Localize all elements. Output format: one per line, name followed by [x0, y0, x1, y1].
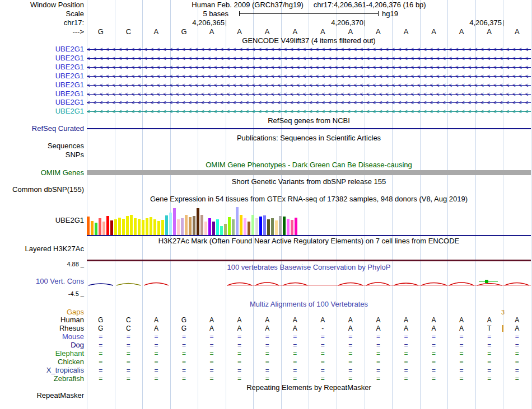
track-title-omim[interactable]: OMIM Gene Phenotypes - Dark Green Can Be… — [87, 161, 531, 169]
alignment-row-mouse: ================ — [87, 333, 531, 341]
gaps-label[interactable]: Gaps — [0, 308, 84, 316]
vert-cons-label[interactable]: 100 Vert. Cons — [0, 278, 84, 285]
conservation-wiggle — [87, 274, 531, 295]
strand-direction-label: ---> — [0, 28, 84, 36]
window-position-label: Window Position — [0, 1, 84, 9]
gene-label-ube2g1-7[interactable]: UBE2G1 — [0, 98, 84, 106]
track-title-dbsnp[interactable]: Short Genetic Variants from dbSNP releas… — [87, 178, 531, 186]
gene-label-ube2g1-3[interactable]: UBE2G1 — [0, 63, 84, 71]
gtex-expression-barchart[interactable] — [87, 206, 531, 235]
track-title-repeatmasker[interactable]: Repeating Elements by RepeatMasker — [87, 384, 531, 392]
species-label-dog[interactable]: Dog — [0, 341, 84, 349]
strand-arrows-left: <<<<<<<<<<<<<<<<<<<<<<<<<<<<<<<<<<<<<<<<… — [87, 81, 531, 89]
track-title-gencode[interactable]: GENCODE V49lift37 (4 items filtered out) — [87, 37, 531, 45]
strand-arrows-left: <<<<<<<<<<<<<<<<<<<<<<<<<<<<<<<<<<<<<<<<… — [87, 45, 531, 53]
phylop-min-label: -4.5 _ — [0, 290, 84, 298]
repeatmasker-label[interactable]: RepeatMasker — [0, 392, 84, 399]
reference-base-row: GCAGAAAAAAAAAAAA — [87, 28, 531, 36]
gene-label-ube2g1-6[interactable]: UBE2G1 — [0, 90, 84, 98]
strand-arrows-left: <<<<<<<<<<<<<<<<<<<<<<<<<<<<<<<<<<<<<<<<… — [87, 54, 531, 62]
species-label-elephant[interactable]: Elephant — [0, 350, 84, 358]
refseq-curated-label[interactable]: RefSeq Curated — [0, 125, 84, 133]
strand-arrows-left: <<<<<<<<<<<<<<<<<<<<<<<<<<<<<<<<<<<<<<<<… — [87, 90, 531, 98]
alignment-row-rhesus: GCAGAAAA-AAAAATA — [87, 325, 531, 332]
gene-transcript-2[interactable]: <<<<<<<<<<<<<<<<<<<<<<<<<<<<<<<<<<<<<<<<… — [87, 54, 531, 62]
genome-browser-view: Window Position Human Feb. 2009 (GRCh37/… — [0, 0, 532, 409]
coordinate-tick — [503, 20, 503, 26]
track-title-refseq[interactable]: RefSeq genes from NCBI — [87, 117, 531, 125]
phylop-max-label: 4.88 _ — [0, 260, 84, 268]
h3k27ac-signal-baseline — [87, 260, 531, 261]
gene-transcript-4[interactable]: <<<<<<<<<<<<<<<<<<<<<<<<<<<<<<<<<<<<<<<<… — [87, 72, 531, 80]
scale-label: Scale — [0, 10, 84, 18]
omim-gene-item[interactable] — [87, 170, 531, 175]
coordinate-value: 4,206,375 — [444, 19, 502, 27]
species-label-human[interactable]: Human — [0, 316, 84, 324]
gene-transcript-5[interactable]: <<<<<<<<<<<<<<<<<<<<<<<<<<<<<<<<<<<<<<<<… — [87, 81, 531, 89]
species-label-x-tropicalis[interactable]: X_tropicalis — [0, 366, 84, 374]
scale-row: 5 bases hg19 — [87, 10, 531, 18]
strand-arrows-left: <<<<<<<<<<<<<<<<<<<<<<<<<<<<<<<<<<<<<<<<… — [87, 63, 531, 71]
scale-value: 5 bases — [87, 10, 228, 18]
omim-genes-label[interactable]: OMIM Genes — [0, 169, 84, 177]
gene-label-ube2g1-2[interactable]: UBE2G1 — [0, 54, 84, 62]
gtex-gene-label[interactable]: UBE2G1 — [0, 217, 84, 224]
alignment-row-elephant: ================ — [87, 350, 531, 358]
species-label-chicken[interactable]: Chicken — [0, 358, 84, 366]
track-title-h3k27ac[interactable]: H3K27Ac Mark (Often Found Near Active Re… — [87, 237, 531, 245]
alignment-row-dog: ================ — [87, 341, 531, 349]
track-title-phylop[interactable]: 100 vertebrates Basewise Conservation by… — [87, 264, 531, 271]
coordinate-value: 4,206,370 — [305, 19, 363, 27]
alignment-row-human: GCAGAAAAAAAAAAAA — [87, 316, 531, 324]
strand-arrows-left: <<<<<<<<<<<<<<<<<<<<<<<<<<<<<<<<<<<<<<<<… — [87, 72, 531, 80]
gene-transcript-6[interactable]: <<<<<<<<<<<<<<<<<<<<<<<<<<<<<<<<<<<<<<<<… — [87, 90, 531, 98]
track-title-gtex[interactable]: Gene Expression in 54 tissues from GTEx … — [87, 195, 531, 203]
gene-transcript-8[interactable]: <<<<<<<<<<<<<<<<<<<<<<<<<<<<<<<<<<<<<<<<… — [87, 107, 531, 115]
common-dbsnp-label[interactable]: Common dbSNP(155) — [0, 186, 84, 194]
refseq-curated-item[interactable] — [87, 128, 531, 129]
scale-bar — [239, 11, 379, 16]
position-range: chr17:4,206,361-4,206,376 (16 bp) — [314, 1, 426, 9]
scale-bar-line — [240, 13, 378, 14]
strand-arrows-left: <<<<<<<<<<<<<<<<<<<<<<<<<<<<<<<<<<<<<<<<… — [87, 107, 531, 115]
window-position-row: Human Feb. 2009 (GRCh37/hg19) chr17:4,20… — [87, 1, 531, 9]
coordinate-row: 4,206,365 4,206,370 4,206,375 — [87, 19, 531, 27]
coordinate-tick — [365, 20, 365, 26]
assembly-title: Human Feb. 2009 (GRCh37/hg19) — [192, 1, 303, 9]
coordinate-value: 4,206,365 — [166, 19, 225, 27]
alignment-row-chicken: ================ — [87, 358, 531, 366]
species-label-mouse[interactable]: Mouse — [0, 333, 84, 341]
chromosome-label: chr17: — [0, 19, 84, 27]
scale-genome: hg19 — [382, 10, 398, 18]
publications-sequences-label[interactable]: Sequences — [0, 142, 84, 150]
gene-transcript-3[interactable]: <<<<<<<<<<<<<<<<<<<<<<<<<<<<<<<<<<<<<<<<… — [87, 63, 531, 71]
gtex-axis-line — [87, 235, 531, 236]
track-title-publications[interactable]: Publications: Sequences in Scientific Ar… — [87, 134, 531, 142]
gene-transcript-1[interactable]: <<<<<<<<<<<<<<<<<<<<<<<<<<<<<<<<<<<<<<<<… — [87, 45, 531, 53]
species-label-zebrafish[interactable]: Zebrafish — [0, 375, 84, 383]
conservation-green-marker — [485, 280, 488, 283]
gene-transcript-7[interactable]: <<<<<<<<<<<<<<<<<<<<<<<<<<<<<<<<<<<<<<<<… — [87, 98, 531, 106]
publications-snps-label[interactable]: SNPs — [0, 151, 84, 159]
gene-label-ube2g1-5[interactable]: UBE2G1 — [0, 81, 84, 89]
track-title-multiz[interactable]: Multiz Alignments of 100 Vertebrates — [87, 300, 531, 308]
gene-label-ube2g1-1[interactable]: UBE2G1 — [0, 45, 84, 53]
gene-label-ube2g1-8[interactable]: UBE2G1 — [0, 107, 84, 115]
species-label-rhesus[interactable]: Rhesus — [0, 325, 84, 332]
layered-h3k27ac-label[interactable]: Layered H3K27Ac — [0, 245, 84, 253]
rhesus-insertion-marker — [502, 325, 503, 332]
coordinate-tick — [226, 20, 226, 26]
alignment-row-zebrafish: ================ — [87, 375, 531, 383]
gene-label-ube2g1-4[interactable]: UBE2G1 — [0, 72, 84, 80]
gaps-insert-count: 3 — [498, 308, 507, 316]
strand-arrows-left: <<<<<<<<<<<<<<<<<<<<<<<<<<<<<<<<<<<<<<<<… — [87, 98, 531, 106]
alignment-row-x-tropicalis: ================ — [87, 366, 531, 374]
